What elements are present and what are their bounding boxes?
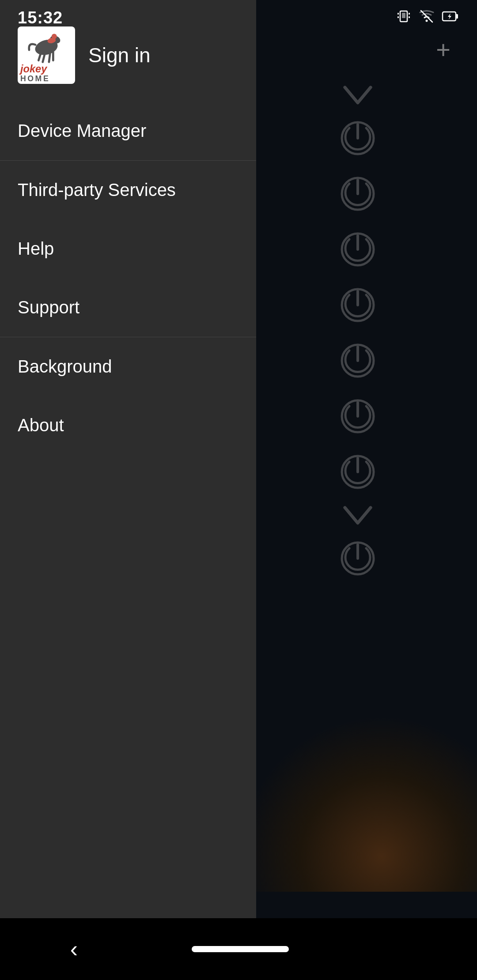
battery-charging-icon [442, 8, 459, 27]
status-bar: 15:32 [0, 0, 477, 35]
svg-text:jokey: jokey [19, 63, 48, 75]
sign-in-label[interactable]: Sign in [88, 43, 151, 67]
power-button-8[interactable] [338, 539, 378, 578]
menu-item-device-manager[interactable]: Device Manager [0, 102, 256, 160]
vibrate-icon [396, 8, 412, 27]
svg-rect-19 [409, 13, 410, 15]
svg-line-30 [49, 53, 50, 62]
menu-item-help[interactable]: Help [0, 219, 256, 278]
menu-item-third-party-services[interactable]: Third-party Services [0, 161, 256, 219]
add-icon[interactable]: + [436, 35, 450, 64]
power-button-4[interactable] [338, 285, 378, 325]
power-buttons-area: + [238, 0, 477, 980]
power-button-6[interactable] [338, 396, 378, 436]
drawer-menu: Device Manager Third-party Services Help… [0, 102, 256, 980]
menu-item-background[interactable]: Background [0, 337, 256, 396]
wifi-off-icon [419, 8, 435, 27]
status-icons [396, 8, 459, 27]
power-button-3[interactable] [338, 230, 378, 269]
svg-rect-20 [398, 16, 399, 18]
power-button-5[interactable] [338, 341, 378, 381]
svg-rect-17 [402, 13, 405, 18]
menu-section-3: Background About [0, 337, 256, 455]
menu-item-about[interactable]: About [0, 396, 256, 455]
svg-text:HOME: HOME [20, 74, 50, 83]
menu-item-support[interactable]: Support [0, 278, 256, 337]
power-button-2[interactable] [338, 174, 378, 214]
svg-rect-21 [409, 16, 410, 18]
drawer: jokey HOME Sign in Device Manager Third-… [0, 0, 256, 980]
svg-point-22 [426, 19, 428, 22]
svg-rect-25 [456, 14, 458, 19]
nav-bar: ‹ [0, 918, 477, 980]
svg-rect-18 [398, 13, 399, 15]
chevron-down-icon-1[interactable] [342, 84, 373, 106]
menu-section-1: Device Manager [0, 102, 256, 161]
status-time: 15:32 [18, 8, 63, 27]
power-button-7[interactable] [338, 452, 378, 492]
back-button[interactable]: ‹ [44, 927, 104, 971]
power-button-1[interactable] [338, 118, 378, 158]
chevron-down-icon-2[interactable] [342, 504, 373, 526]
home-pill[interactable] [192, 946, 289, 952]
menu-section-2: Third-party Services Help Support [0, 161, 256, 337]
